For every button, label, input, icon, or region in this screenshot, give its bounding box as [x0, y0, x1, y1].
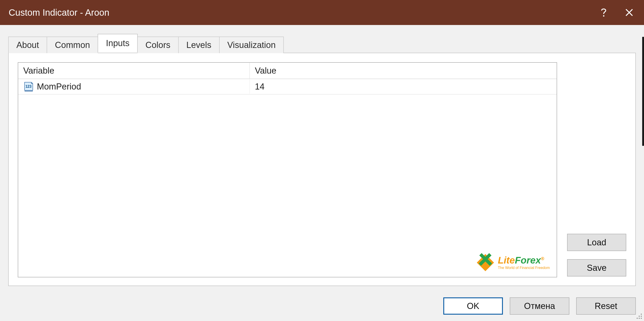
cell-value[interactable]: 14 — [250, 80, 556, 93]
column-header-variable[interactable]: Variable — [18, 63, 250, 79]
svg-text:123: 123 — [26, 85, 32, 88]
inputs-table: Variable Value 123 MomPeriod — [18, 62, 557, 277]
svg-point-8 — [641, 316, 642, 317]
scrollbar-sliver — [642, 37, 644, 146]
svg-point-0 — [603, 15, 604, 16]
cell-variable: 123 MomPeriod — [18, 80, 250, 94]
window-title: Custom Indicator - Aroon — [9, 7, 593, 18]
integer-icon: 123 — [23, 81, 34, 92]
dialog-footer: OK Отмена Reset — [0, 292, 644, 321]
column-header-value[interactable]: Value — [250, 63, 556, 79]
save-button[interactable]: Save — [567, 259, 626, 277]
close-icon[interactable] — [614, 0, 644, 25]
svg-point-11 — [639, 318, 640, 319]
load-button[interactable]: Load — [567, 234, 626, 251]
tab-common[interactable]: Common — [47, 37, 98, 53]
help-icon[interactable] — [593, 0, 614, 25]
side-button-column: Load Save — [567, 62, 626, 277]
dialog-body: About Common Inputs Colors Levels Visual… — [0, 25, 644, 292]
table-body: 123 MomPeriod 14 — [18, 79, 556, 277]
table-header: Variable Value — [18, 63, 556, 79]
tab-levels[interactable]: Levels — [178, 37, 220, 53]
tab-strip: About Common Inputs Colors Levels Visual… — [8, 35, 636, 53]
svg-point-7 — [641, 314, 642, 315]
ok-button[interactable]: OK — [443, 297, 503, 315]
svg-point-9 — [639, 316, 640, 317]
svg-point-12 — [637, 318, 638, 319]
tab-panel-inputs: Variable Value 123 MomPeriod — [8, 53, 636, 286]
resize-grip-icon[interactable] — [634, 312, 643, 320]
tab-inputs[interactable]: Inputs — [98, 34, 138, 53]
table-row[interactable]: 123 MomPeriod 14 — [18, 79, 556, 95]
title-bar: Custom Indicator - Aroon — [0, 0, 644, 25]
dialog-window: Custom Indicator - Aroon About Common In… — [0, 0, 644, 321]
svg-point-10 — [641, 318, 642, 319]
tab-colors[interactable]: Colors — [137, 37, 179, 53]
variable-name-label: MomPeriod — [37, 82, 81, 92]
cancel-button[interactable]: Отмена — [510, 297, 569, 315]
tab-about[interactable]: About — [8, 37, 47, 53]
tab-visualization[interactable]: Visualization — [219, 37, 284, 53]
reset-button[interactable]: Reset — [576, 297, 636, 315]
